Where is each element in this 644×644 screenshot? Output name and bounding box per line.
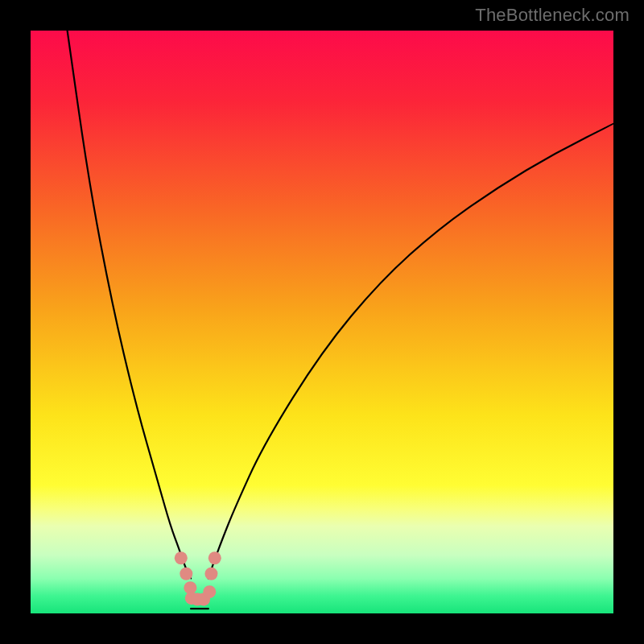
trough-marker — [180, 568, 192, 580]
plot-area — [31, 31, 613, 613]
watermark-text: TheBottleneck.com — [475, 5, 630, 26]
trough-marker — [203, 585, 216, 598]
trough-markers-group — [175, 551, 221, 605]
chart-stage: TheBottleneck.com — [0, 0, 644, 644]
curve-layer — [31, 31, 613, 613]
trough-marker — [175, 551, 188, 564]
trough-marker — [204, 568, 217, 580]
curve-left-branch — [68, 31, 191, 579]
trough-marker — [208, 551, 221, 564]
curve-right-branch — [208, 124, 613, 579]
